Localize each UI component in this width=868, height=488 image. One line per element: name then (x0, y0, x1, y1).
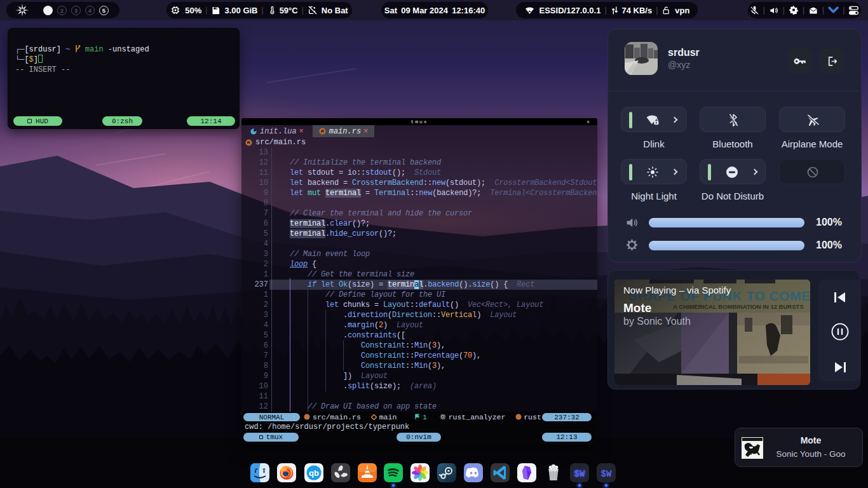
svg-text:R: R (247, 140, 251, 146)
svg-text:qb: qb (309, 468, 319, 478)
svg-text:$W: $W (601, 469, 612, 479)
svg-text:R: R (321, 128, 325, 134)
svg-text:$W: $W (574, 469, 585, 479)
